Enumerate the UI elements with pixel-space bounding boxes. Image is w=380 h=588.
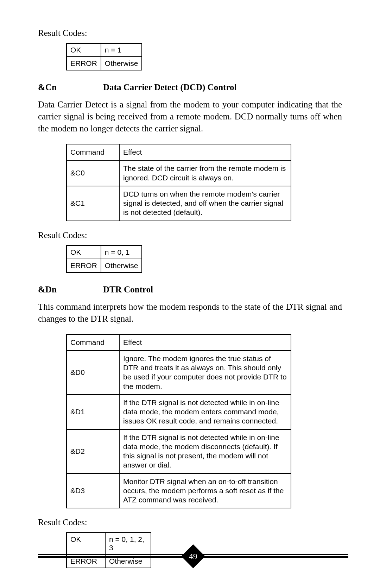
page-number: 49 [189, 552, 197, 561]
table-row: &D2 If the DTR signal is not detected wh… [66, 429, 291, 474]
command-cell: &C0 [66, 160, 119, 186]
table-row: OK n = 0, 1, 2, 3 [66, 533, 151, 555]
command-cell: &D3 [66, 474, 119, 508]
table-row: Command Effect [66, 144, 291, 160]
table-row: ERROR Otherwise [66, 57, 142, 70]
table-header-command: Command [66, 144, 119, 160]
command-cell: &D1 [66, 395, 119, 429]
table-row: &C0 The state of the carrier from the re… [66, 160, 291, 186]
command-title: DTR Control [103, 285, 153, 295]
result-code: OK [66, 533, 105, 555]
result-codes-table-1: OK n = 1 ERROR Otherwise [66, 43, 142, 70]
table-header-effect: Effect [119, 334, 291, 351]
command-table-dn: Command Effect &D0 Ignore. The modem ign… [66, 334, 291, 509]
page-content: Result Codes: OK n = 1 ERROR Otherwise &… [0, 0, 380, 588]
table-row: &D0 Ignore. The modem ignores the true s… [66, 351, 291, 395]
table-row: &D3 Monitor DTR signal when an on-to-off… [66, 474, 291, 508]
result-code: ERROR [66, 259, 101, 272]
table-header-effect: Effect [119, 144, 291, 160]
command-heading-cn: &Cn Data Carrier Detect (DCD) Control [38, 82, 342, 92]
table-row: Command Effect [66, 334, 291, 351]
table-row: OK n = 0, 1 [66, 246, 142, 259]
command-cell: &C1 [66, 186, 119, 221]
table-row: OK n = 1 [66, 43, 142, 57]
result-codes-table-3: OK n = 0, 1, 2, 3 ERROR Otherwise [66, 532, 151, 568]
table-row: &C1 DCD turns on when the remote modem's… [66, 186, 291, 221]
result-codes-table-2: OK n = 0, 1 ERROR Otherwise [66, 245, 142, 273]
paragraph-dn: This command interprets how the modem re… [38, 301, 342, 325]
table-row: &D1 If the DTR signal is not detected wh… [66, 395, 291, 429]
result-codes-label: Result Codes: [38, 230, 342, 240]
result-code: OK [66, 246, 101, 259]
effect-cell: The state of the carrier from the remote… [119, 160, 291, 186]
page-footer: 49 [38, 554, 348, 559]
command-cell: &D0 [66, 351, 119, 395]
result-condition: n = 0, 1, 2, 3 [105, 533, 151, 555]
effect-cell: If the DTR signal is not detected while … [119, 395, 291, 429]
paragraph-cn: Data Carrier Detect is a signal from the… [38, 99, 342, 135]
command-cell: &D2 [66, 429, 119, 474]
result-code: ERROR [66, 57, 101, 70]
effect-cell: Monitor DTR signal when an on-to-off tra… [119, 474, 291, 508]
result-codes-label: Result Codes: [38, 518, 342, 527]
command-table-cn: Command Effect &C0 The state of the carr… [66, 144, 291, 221]
command-code: &Cn [38, 82, 103, 92]
table-row: ERROR Otherwise [66, 259, 142, 272]
result-code: OK [66, 43, 101, 57]
effect-cell: If the DTR signal is not detected while … [119, 429, 291, 474]
result-condition: Otherwise [101, 57, 142, 70]
command-code: &Dn [38, 285, 103, 295]
effect-cell: Ignore. The modem ignores the true statu… [119, 351, 291, 395]
command-heading-dn: &Dn DTR Control [38, 285, 342, 295]
command-title: Data Carrier Detect (DCD) Control [103, 82, 237, 92]
result-condition: Otherwise [101, 259, 142, 272]
result-codes-label: Result Codes: [38, 28, 342, 38]
table-header-command: Command [66, 334, 119, 351]
effect-cell: DCD turns on when the remote modem's car… [119, 186, 291, 221]
result-condition: n = 0, 1 [101, 246, 142, 259]
result-condition: n = 1 [101, 43, 142, 57]
